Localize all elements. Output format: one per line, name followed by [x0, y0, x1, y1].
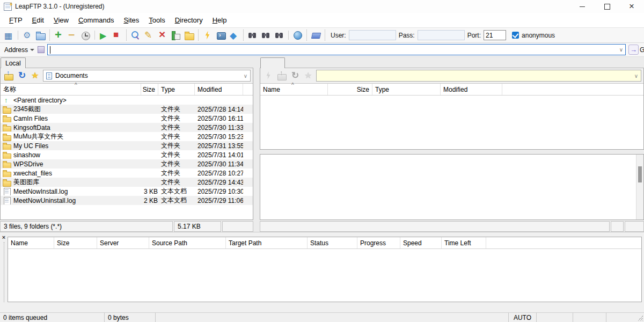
separator	[49, 30, 50, 41]
pane-splitter[interactable]	[253, 57, 260, 232]
find-next-icon[interactable]	[259, 29, 273, 42]
connect-icon[interactable]	[52, 29, 65, 42]
go-button[interactable]	[628, 45, 639, 55]
column-header-name[interactable]: 名称	[1, 84, 141, 95]
column-header-filler	[243, 84, 253, 95]
close-queue-icon[interactable]	[1, 235, 7, 240]
anonymous-checkbox[interactable]	[512, 32, 519, 39]
refresh-icon[interactable]	[289, 70, 301, 82]
cell-name: <Parent directory>	[1, 97, 141, 104]
menu-tools[interactable]: Tools	[144, 14, 170, 26]
cell-size: 2 KB	[141, 197, 158, 204]
tab-local[interactable]: Local	[1, 57, 26, 68]
pass-field[interactable]	[418, 30, 465, 40]
bookmark-icon[interactable]	[309, 29, 323, 42]
queue-column-server[interactable]: Server	[97, 237, 149, 248]
queue-column-size[interactable]: Size	[54, 237, 97, 248]
local-status-size: 5.17 KB	[174, 221, 221, 232]
local-path-combo[interactable]: Documents ∨	[43, 70, 251, 82]
drag-handle[interactable]	[4, 242, 4, 302]
rename-icon[interactable]	[142, 29, 156, 42]
address-dropdown-icon[interactable]	[30, 49, 34, 51]
<Parent directory>[interactable]: <Parent directory>	[1, 96, 253, 105]
info-icon[interactable]	[228, 29, 241, 42]
disconnect-icon[interactable]	[65, 29, 79, 42]
folder-up-icon[interactable]	[3, 70, 14, 82]
queue-table: Name Size Server Source Path Target Path…	[8, 237, 642, 302]
status-queued: 0 items queued	[0, 313, 105, 322]
start-transfer-icon[interactable]	[97, 29, 111, 42]
delete-icon[interactable]	[156, 29, 169, 42]
queue-column-speed[interactable]: Speed	[400, 237, 442, 248]
quick-connect-icon[interactable]	[262, 70, 274, 82]
raw-command-icon[interactable]	[201, 29, 214, 42]
menu-edit[interactable]: Edit	[27, 14, 49, 26]
menu-directory[interactable]: Directory	[170, 14, 208, 26]
minimize-button[interactable]	[570, 0, 595, 13]
separator	[325, 30, 325, 41]
queue-column-status[interactable]: Status	[308, 237, 357, 248]
cell-type: 文件夹	[158, 159, 195, 169]
menu-sites[interactable]: Sites	[119, 14, 144, 26]
find-prev-icon[interactable]	[273, 29, 286, 42]
chevron-down-icon[interactable]: ∨	[619, 47, 623, 53]
web-browser-icon[interactable]	[291, 29, 304, 42]
site-manager-icon[interactable]	[2, 29, 16, 42]
sinashow: sinashow 文件夹 2025/7/31 14:01	[1, 150, 253, 159]
anonymous-label: anonymous	[522, 32, 555, 39]
column-header-name[interactable]: Name	[260, 84, 328, 95]
chmod-icon[interactable]	[169, 29, 182, 42]
address-label: Address	[4, 46, 28, 54]
maximize-button[interactable]	[595, 0, 619, 13]
console-icon[interactable]	[214, 29, 228, 42]
address-input[interactable]: ∨	[47, 44, 626, 55]
remote-pane: ∨ Name Size Type Modified	[260, 57, 644, 232]
sort-ascending-icon	[75, 82, 77, 88]
queue-column-progress[interactable]: Progress	[357, 237, 400, 248]
tab-remote-empty[interactable]	[260, 57, 285, 68]
menu-help[interactable]: Help	[208, 14, 232, 26]
cell-modified: 2025/7/31 13:55	[195, 142, 243, 150]
column-header-size[interactable]: Size	[328, 84, 372, 95]
local-pane-toolbar: Documents ∨	[1, 68, 253, 84]
go-label: G	[640, 46, 644, 54]
queue-column-target-path[interactable]: Target Path	[226, 237, 308, 248]
column-header-size[interactable]: Size	[141, 84, 158, 95]
column-header-modified[interactable]: Modified	[441, 84, 502, 95]
remote-horizontal-splitter[interactable]	[260, 150, 644, 154]
scrollbar-thumb[interactable]	[638, 166, 642, 182]
refresh-icon[interactable]	[16, 70, 28, 82]
view-file-icon[interactable]	[129, 29, 142, 42]
local-tabstrip: Local	[0, 57, 253, 68]
find-icon[interactable]	[246, 29, 259, 42]
stop-transfer-icon[interactable]	[111, 29, 124, 42]
menu-view[interactable]: View	[49, 14, 74, 26]
favorites-icon[interactable]	[30, 70, 41, 82]
vertical-scrollbar[interactable]	[636, 155, 643, 219]
settings-icon[interactable]	[20, 29, 34, 42]
favorites-icon[interactable]	[303, 70, 314, 82]
column-header-type[interactable]: Type	[158, 84, 195, 95]
queue-column-name[interactable]: Name	[8, 237, 54, 248]
folder-up-icon[interactable]	[276, 70, 288, 82]
login-group: User: Pass: Port: anonymous	[331, 30, 555, 40]
reconnect-icon[interactable]	[79, 29, 92, 42]
column-header-type[interactable]: Type	[372, 84, 441, 95]
resize-grip[interactable]	[636, 313, 644, 322]
folder-options-icon[interactable]	[34, 29, 47, 42]
close-button[interactable]	[619, 0, 644, 13]
remote-path-combo[interactable]: ∨	[316, 70, 641, 82]
menu-ftp[interactable]: FTP	[4, 14, 27, 26]
cell-modified: 2025/7/29 14:43	[195, 179, 243, 186]
port-field[interactable]	[484, 30, 506, 40]
menu-commands[interactable]: Commands	[74, 14, 119, 26]
chevron-down-icon[interactable]: ∨	[634, 73, 638, 79]
status-filler	[156, 313, 509, 322]
chevron-down-icon[interactable]: ∨	[244, 73, 247, 79]
queue-column-source-path[interactable]: Source Path	[149, 237, 226, 248]
column-header-modified[interactable]: Modified	[195, 84, 243, 95]
cell-name: KingsoftData	[1, 124, 141, 131]
user-field[interactable]	[349, 30, 396, 40]
queue-column-time-left[interactable]: Time Left	[442, 237, 486, 248]
make-directory-icon[interactable]	[182, 29, 196, 42]
